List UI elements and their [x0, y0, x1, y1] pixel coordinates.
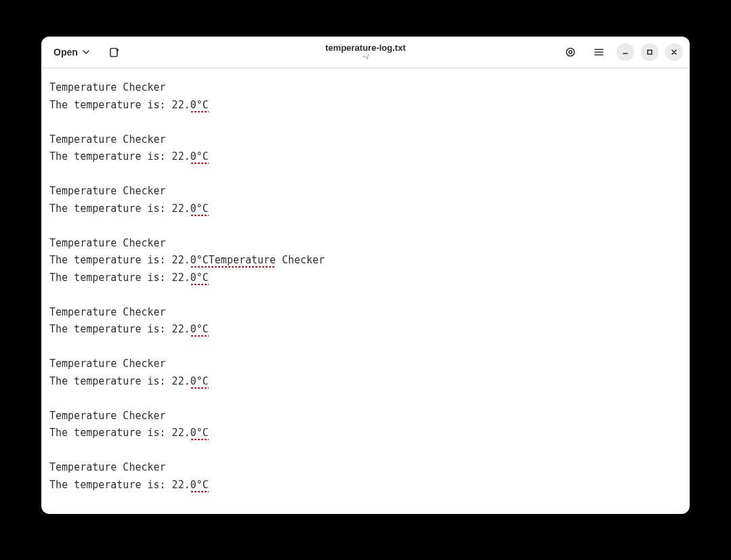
text-span: Checker: [276, 254, 325, 266]
text-line: Temperature Checker: [49, 459, 682, 477]
text-span: The temperature is: 22.: [49, 323, 190, 335]
text-line: [49, 166, 682, 184]
text-line: Temperature Checker: [49, 183, 682, 200]
text-span: The temperature is: 22.: [49, 150, 190, 163]
close-button[interactable]: [665, 43, 683, 61]
hamburger-icon: [593, 46, 605, 58]
maximize-icon: [645, 47, 654, 57]
text-line: The temperature is: 22.0°C: [49, 373, 682, 391]
spellcheck-underline: 0°C: [190, 479, 209, 492]
text-line: The temperature is: 22.0°C: [49, 270, 682, 287]
spellcheck-underline: 0°C: [190, 272, 209, 285]
text-line: Temperature Checker: [49, 131, 682, 149]
text-line: Temperature Checker: [49, 408, 682, 425]
spellcheck-underline: 0°C: [190, 427, 209, 440]
text-line: Temperature Checker: [49, 235, 682, 253]
text-line: The temperature is: 22.0°CTemperature Ch…: [49, 252, 682, 270]
close-icon: [669, 47, 679, 57]
text-span: The temperature is: 22.: [49, 99, 190, 111]
new-tab-icon: [108, 46, 121, 58]
svg-rect-3: [648, 50, 652, 54]
headerbar-left: Open: [41, 41, 125, 63]
spellcheck-underline: 0°C: [190, 375, 209, 389]
spellcheck-underline: 0°C: [190, 99, 209, 112]
chevron-down-icon: [82, 48, 90, 56]
text-span: The temperature is: 22.: [49, 479, 190, 491]
text-area[interactable]: Temperature CheckerThe temperature is: 2…: [41, 68, 690, 514]
editor-window: Open temperature-log.txt ~/: [41, 37, 690, 514]
settings-button[interactable]: [560, 41, 581, 63]
text-span: The temperature is: 22.: [49, 202, 190, 215]
minimize-icon: [621, 47, 630, 57]
text-line: Temperature Checker: [49, 304, 682, 322]
spellcheck-underline: 0°C: [190, 202, 209, 216]
svg-point-2: [569, 51, 572, 53]
new-tab-button[interactable]: [104, 41, 125, 63]
text-line: [49, 286, 682, 304]
spellcheck-underline: 0°C: [190, 323, 209, 337]
text-line: [49, 217, 682, 235]
text-line: [49, 390, 682, 408]
text-line: Temperature Checker: [49, 79, 682, 97]
menu-button[interactable]: [588, 41, 610, 63]
text-span: The temperature is: 22.: [49, 272, 190, 284]
svg-point-1: [566, 48, 575, 56]
spellcheck-underline: 0°CTemperature: [190, 254, 276, 267]
text-line: The temperature is: 22.0°C: [49, 477, 682, 494]
text-line: [49, 442, 682, 460]
text-line: The temperature is: 22.0°C: [49, 148, 682, 166]
text-line: The temperature is: 22.0°C: [49, 97, 682, 114]
text-line: The temperature is: 22.0°C: [49, 321, 682, 339]
text-line: [49, 114, 682, 131]
text-span: The temperature is: 22.: [49, 427, 190, 439]
text-span: The temperature is: 22.: [49, 254, 190, 266]
document-path: ~/: [362, 53, 369, 61]
text-line: [49, 339, 682, 356]
gear-icon: [564, 46, 577, 58]
maximize-button[interactable]: [641, 43, 659, 61]
open-button[interactable]: Open: [49, 43, 94, 62]
headerbar-right: [560, 41, 690, 63]
headerbar: Open temperature-log.txt ~/: [41, 37, 690, 68]
document-title: temperature-log.txt: [325, 43, 405, 52]
svg-rect-0: [110, 49, 117, 57]
text-span: The temperature is: 22.: [49, 375, 190, 387]
text-line: Temperature Checker: [49, 356, 682, 373]
minimize-button[interactable]: [617, 43, 634, 61]
text-line: The temperature is: 22.0°C: [49, 200, 682, 218]
spellcheck-underline: 0°C: [190, 150, 209, 164]
open-button-label: Open: [54, 47, 78, 58]
text-line: The temperature is: 22.0°C: [49, 425, 682, 442]
